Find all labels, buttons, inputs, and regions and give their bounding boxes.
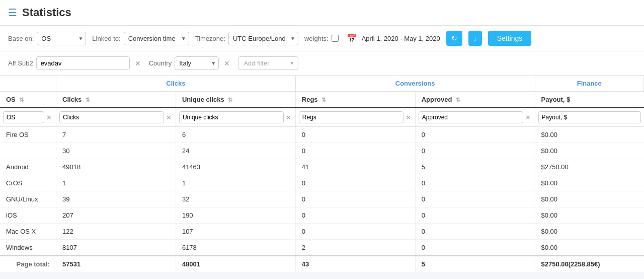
group-header-conversions: Conversions <box>295 76 535 92</box>
base-on-select[interactable]: OS Click Impression <box>37 32 86 45</box>
cell-unique-clicks: 107 <box>176 224 295 240</box>
clicks-sort-icon[interactable]: ⇅ <box>86 97 90 103</box>
settings-button[interactable]: Settings <box>488 31 532 46</box>
table-body: Fire OS 7 6 0 0 $0.00 30 24 0 0 $0.00 An… <box>0 127 644 272</box>
aff-sub2-input[interactable] <box>36 56 130 70</box>
col-filter-clicks-wrapper: ✕ <box>59 111 173 123</box>
cell-os: Windows <box>0 240 56 256</box>
filter-bar: Aff Sub2 ✕ Country Italy Germany France … <box>0 51 644 76</box>
table-row: 30 24 0 0 $0.00 <box>0 143 644 159</box>
cell-approved: 0 <box>415 240 535 256</box>
cell-os: Fire OS <box>0 127 56 143</box>
timezone-label: Timezone: <box>195 35 225 42</box>
total-approved: 5 <box>415 256 535 272</box>
total-label: Page total: <box>0 256 56 272</box>
col-filter-os-clear[interactable]: ✕ <box>45 113 53 122</box>
cell-approved: 5 <box>415 159 535 175</box>
weights-checkbox[interactable] <box>332 35 339 42</box>
col-header-payout: Payout, $ <box>535 92 643 108</box>
cell-payout: $0.00 <box>535 127 643 143</box>
base-on-group: Base on: OS Click Impression ▼ <box>8 32 86 45</box>
linked-to-select-wrapper: Conversion time Click time ▼ <box>124 32 189 45</box>
date-range-text: April 1, 2020 - May 1, 2020 <box>362 35 440 42</box>
table-row: GNU/Linux 39 32 0 0 $0.00 <box>0 191 644 207</box>
cell-payout: $0.00 <box>535 207 643 224</box>
header-bar: ☰ Statistics <box>0 0 644 26</box>
cell-clicks: 30 <box>56 143 176 159</box>
cell-unique-clicks: 1 <box>176 175 295 191</box>
timezone-group: Timezone: UTC Europe/Lond UTC UTC+1 ▼ <box>195 32 298 45</box>
col-filter-unique-clicks-clear[interactable]: ✕ <box>285 113 292 122</box>
cell-os: iOS <box>0 207 56 224</box>
unique-clicks-sort-icon[interactable]: ⇅ <box>228 97 232 103</box>
aff-sub2-clear-button[interactable]: ✕ <box>133 59 143 68</box>
cell-os: GNU/Linux <box>0 191 56 207</box>
col-filter-payout-wrapper <box>538 111 641 123</box>
col-filter-approved-input[interactable] <box>419 111 523 123</box>
timezone-select-wrapper: UTC Europe/Lond UTC UTC+1 ▼ <box>228 32 298 45</box>
cell-clicks: 39 <box>56 191 176 207</box>
column-filter-row: OS ✕ ✕ ✕ <box>0 108 644 127</box>
statistics-table: Clicks Conversions Finance OS ⇅ Clicks ⇅… <box>0 76 644 272</box>
cell-approved: 0 <box>415 143 535 159</box>
cell-regs: 2 <box>295 240 415 256</box>
col-filter-unique-clicks-input[interactable] <box>179 111 284 123</box>
date-range-group: 📅 April 1, 2020 - May 1, 2020 <box>345 32 440 45</box>
controls-bar: Base on: OS Click Impression ▼ Linked to… <box>0 26 644 51</box>
cell-unique-clicks: 41463 <box>176 159 295 175</box>
aff-sub2-filter-group: Aff Sub2 ✕ <box>8 56 143 70</box>
cell-approved: 0 <box>415 191 535 207</box>
col-filter-os-wrapper: OS ✕ <box>3 111 53 123</box>
col-filter-regs-input[interactable] <box>299 111 404 123</box>
cell-clicks: 122 <box>56 224 176 240</box>
linked-to-label: Linked to: <box>92 35 120 42</box>
group-header-finance: Finance <box>535 76 643 92</box>
weights-label: weights: <box>304 35 329 42</box>
total-clicks: 57531 <box>56 256 176 272</box>
col-filter-clicks-input[interactable] <box>59 111 164 123</box>
col-filter-clicks-cell: ✕ <box>56 108 176 127</box>
col-header-clicks: Clicks ⇅ <box>56 92 176 108</box>
col-filter-payout-input[interactable] <box>538 111 641 123</box>
os-sort-icon[interactable]: ⇅ <box>19 97 24 103</box>
col-header-regs: Regs ⇅ <box>295 92 415 108</box>
download-button[interactable]: ↓ <box>468 31 482 46</box>
country-select-wrapper: Italy Germany France Spain ▼ <box>175 56 219 70</box>
base-on-select-wrapper: OS Click Impression ▼ <box>37 32 86 45</box>
calendar-icon-button[interactable]: 📅 <box>345 32 359 45</box>
cell-os: Mac OS X <box>0 224 56 240</box>
country-clear-button[interactable]: ✕ <box>222 59 232 68</box>
timezone-select[interactable]: UTC Europe/Lond UTC UTC+1 <box>228 32 298 45</box>
cell-os <box>0 143 56 159</box>
cell-payout: $0.00 <box>535 240 643 256</box>
weights-group: weights: <box>304 35 339 42</box>
group-header-os <box>0 76 56 92</box>
regs-sort-icon[interactable]: ⇅ <box>321 97 326 103</box>
col-filter-regs-clear[interactable]: ✕ <box>405 113 412 122</box>
linked-to-select[interactable]: Conversion time Click time <box>124 32 189 45</box>
cell-os: Android <box>0 159 56 175</box>
cell-regs: 0 <box>295 127 415 143</box>
approved-sort-icon[interactable]: ⇅ <box>456 97 460 103</box>
col-filter-approved-clear[interactable]: ✕ <box>524 113 532 122</box>
add-filter-wrapper: Add filter Device Browser Language ▼ <box>238 56 298 70</box>
add-filter-select[interactable]: Add filter Device Browser Language <box>238 56 298 70</box>
base-on-label: Base on: <box>8 35 34 42</box>
cell-clicks: 7 <box>56 127 176 143</box>
col-filter-approved-wrapper: ✕ <box>419 111 532 123</box>
country-select[interactable]: Italy Germany France Spain <box>175 56 219 70</box>
col-filter-regs-wrapper: ✕ <box>299 111 412 123</box>
aff-sub2-label: Aff Sub2 <box>8 59 33 67</box>
cell-approved: 0 <box>415 127 535 143</box>
cell-regs: 0 <box>295 143 415 159</box>
table-row: Windows 8107 6178 2 0 $0.00 <box>0 240 644 256</box>
col-filter-os-select[interactable]: OS <box>3 111 44 123</box>
cell-regs: 0 <box>295 175 415 191</box>
cell-payout: $0.00 <box>535 175 643 191</box>
refresh-button[interactable]: ↻ <box>446 31 462 46</box>
col-filter-unique-clicks-wrapper: ✕ <box>179 111 292 123</box>
column-header-row: OS ⇅ Clicks ⇅ Unique clicks ⇅ Regs ⇅ App… <box>0 92 644 108</box>
page-title: Statistics <box>22 6 71 19</box>
col-filter-clicks-clear[interactable]: ✕ <box>165 113 173 122</box>
table-row: Mac OS X 122 107 0 0 $0.00 <box>0 224 644 240</box>
